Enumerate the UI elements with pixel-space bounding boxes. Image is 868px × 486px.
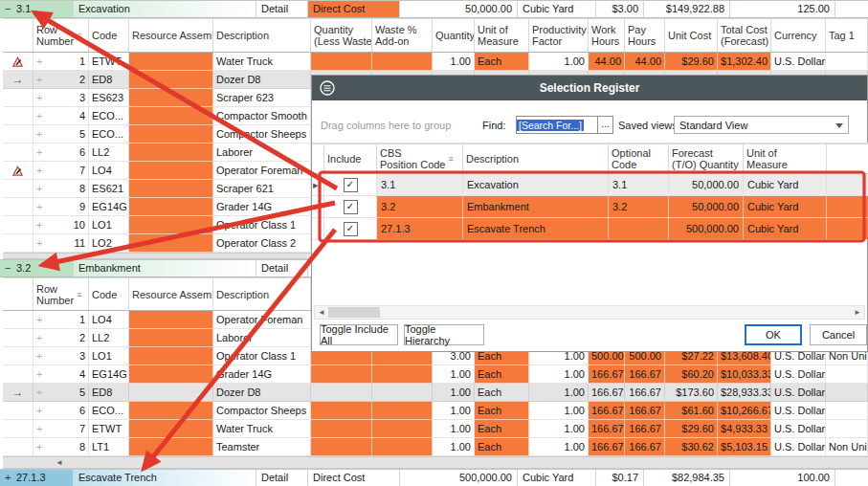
cell-res[interactable]: [129, 180, 213, 198]
cell-waste[interactable]: [372, 53, 433, 71]
cell-cbs[interactable]: 3.1: [377, 174, 463, 196]
scrollbar-thumb[interactable]: [328, 307, 380, 318]
cell-num[interactable]: +9: [33, 198, 89, 216]
column-header-num[interactable]: Row Number≡: [33, 18, 89, 52]
cell-pf[interactable]: 1.00: [529, 384, 589, 402]
cell-num[interactable]: +6: [33, 144, 89, 162]
cell-num[interactable]: +7: [33, 162, 89, 180]
cell-cur[interactable]: U.S. Dollar: [771, 53, 826, 71]
cell-ph[interactable]: 166.67: [625, 438, 665, 456]
cell-desc[interactable]: Operator Class 1: [213, 216, 311, 234]
cell-res[interactable]: [129, 198, 213, 216]
table-row[interactable]: →+5ED8Dozer D81.00Each1.00166.67166.67$1…: [3, 384, 868, 402]
cell-code[interactable]: ECO...: [89, 125, 129, 144]
cell-desc[interactable]: Compactor Sheeps Fo...: [213, 402, 311, 420]
row-expand-icon[interactable]: +: [36, 365, 42, 383]
toggle-include-all-button[interactable]: Toggle Include All: [320, 324, 398, 345]
cell-res[interactable]: [129, 329, 213, 347]
cell-res[interactable]: [129, 216, 213, 234]
cell-code[interactable]: LO2: [89, 234, 129, 253]
column-header-cur[interactable]: Currency: [771, 18, 826, 52]
cell-cur[interactable]: U.S. Dollar: [771, 402, 826, 420]
cell-desc[interactable]: Dozer D8: [213, 384, 311, 402]
cell-tc[interactable]: $10,033.33: [718, 365, 771, 384]
cell-cbs[interactable]: 27.1.3: [377, 218, 463, 240]
toggle-hierarchy-button[interactable]: Toggle Hierarchy: [404, 324, 484, 345]
cell-waste[interactable]: [372, 402, 433, 420]
cell-code[interactable]: ETWT: [89, 420, 129, 438]
cell-wh[interactable]: 166.67: [589, 365, 625, 384]
column-header-include[interactable]: Include: [324, 144, 377, 173]
column-header-ind[interactable]: [3, 18, 33, 52]
column-header-res[interactable]: Resource Assembly: [129, 18, 213, 52]
cell-tc[interactable]: $4,933.33: [718, 420, 771, 438]
column-header-tag[interactable]: Tag 1: [826, 18, 868, 52]
cell-code[interactable]: ECO...: [89, 402, 129, 420]
cell-res[interactable]: [129, 125, 213, 144]
column-header-desc[interactable]: Description: [463, 144, 609, 173]
cell-num[interactable]: +2: [33, 329, 89, 347]
cell-qlw[interactable]: [311, 53, 372, 71]
cell-ph[interactable]: 44.00: [625, 53, 665, 71]
cell-qty[interactable]: 1.00: [433, 402, 475, 420]
cell-uom[interactable]: Cubic Yard: [744, 196, 827, 218]
band-description-cell[interactable]: Excavation: [74, 1, 256, 17]
find-input[interactable]: [Search For...]: [516, 116, 598, 134]
band-description-cell[interactable]: Escavate Trench: [74, 470, 256, 486]
cell-qty[interactable]: 500,000.00: [669, 218, 744, 240]
cell-code[interactable]: ES623: [89, 89, 129, 107]
collapse-toggle-icon[interactable]: −: [5, 260, 16, 276]
cell-code[interactable]: ECO...: [89, 107, 129, 125]
row-expand-icon[interactable]: +: [36, 438, 42, 455]
cell-ph[interactable]: 166.67: [625, 365, 665, 384]
column-header-num[interactable]: Row Number≡: [33, 277, 89, 310]
band-uom-cell[interactable]: Cubic Yard: [518, 1, 596, 17]
cell-desc[interactable]: Operator Class 2: [213, 234, 311, 253]
row-expand-icon[interactable]: +: [36, 53, 42, 70]
cell-res[interactable]: [129, 107, 213, 125]
cell-qlw[interactable]: [311, 420, 372, 438]
cell-desc[interactable]: Laborer: [213, 329, 311, 347]
table-row[interactable]: +8LT1Teamster1.00Each1.00166.67166.67$30…: [3, 438, 868, 456]
band-code-cell[interactable]: −3.1: [0, 1, 74, 17]
cell-desc[interactable]: Compactor Smooth Dr...: [213, 107, 311, 125]
row-expand-icon[interactable]: +: [36, 234, 42, 252]
band-unit-cost-cell[interactable]: $3.00: [596, 1, 644, 17]
cell-pf[interactable]: 1.00: [529, 420, 589, 438]
cell-waste[interactable]: [372, 420, 433, 438]
cell-num[interactable]: +1: [33, 53, 89, 71]
band-productivity-cell[interactable]: 100.00: [730, 470, 835, 486]
cell-desc[interactable]: Escavate Trench: [463, 218, 609, 240]
cell-code[interactable]: ED8: [89, 71, 129, 89]
cell-num[interactable]: +8: [33, 180, 89, 198]
cell-code[interactable]: EG14G: [89, 198, 129, 216]
cell-wh[interactable]: 166.67: [589, 402, 625, 420]
cell-desc[interactable]: Laborer: [213, 144, 311, 162]
row-expand-icon[interactable]: +: [36, 384, 42, 401]
cell-opt[interactable]: [609, 218, 669, 240]
band-quantity-cell[interactable]: 50,000.00: [400, 1, 518, 17]
cell-code[interactable]: LL2: [89, 144, 129, 162]
row-expand-icon[interactable]: +: [36, 311, 42, 328]
row-expand-icon[interactable]: +: [36, 71, 42, 88]
cell-pf[interactable]: 1.00: [529, 365, 589, 384]
cell-num[interactable]: +1: [33, 311, 89, 329]
column-header-uom[interactable]: Unit of Measure: [475, 18, 529, 52]
row-expand-icon[interactable]: +: [36, 162, 42, 179]
band-total-cost-cell[interactable]: $82,984.35: [644, 470, 730, 486]
table-row[interactable]: +6ECO...Compactor Sheeps Fo...1.00Each1.…: [3, 402, 868, 420]
row-expand-icon[interactable]: +: [36, 216, 42, 233]
cell-include[interactable]: ✓: [324, 174, 377, 196]
row-expand-icon[interactable]: +: [36, 125, 42, 143]
column-header-waste[interactable]: Waste % Add-on: [372, 18, 433, 52]
cell-qty[interactable]: 1.00: [433, 365, 475, 384]
dialog-table-row[interactable]: ✓27.1.3Escavate Trench500,000.00Cubic Ya…: [312, 218, 868, 240]
cell-qlw[interactable]: [311, 438, 372, 456]
cell-num[interactable]: +6: [33, 402, 89, 420]
row-expand-icon[interactable]: +: [36, 329, 42, 346]
cell-pf[interactable]: 1.00: [529, 402, 589, 420]
band-code-cell[interactable]: −3.2: [0, 260, 74, 276]
cell-waste[interactable]: [372, 365, 433, 384]
column-header-desc[interactable]: Description: [213, 277, 311, 310]
cell-uom[interactable]: Each: [475, 402, 529, 420]
